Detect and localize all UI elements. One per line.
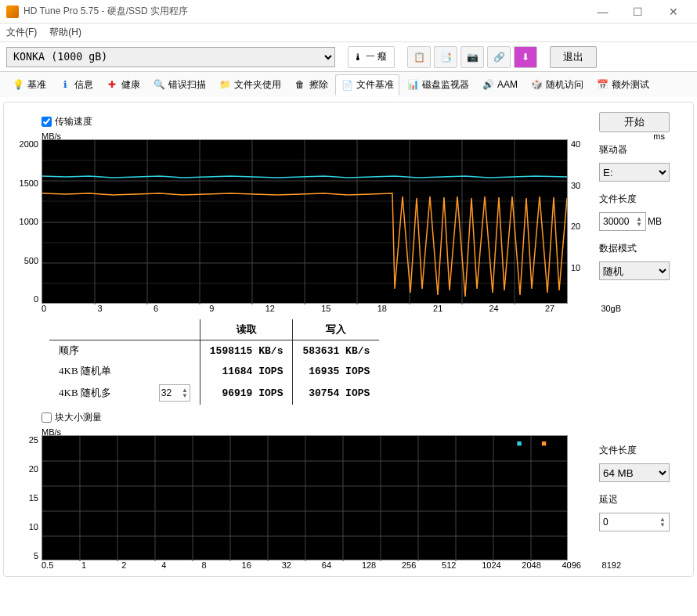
save-icon[interactable]: ⬇ — [514, 46, 537, 68]
bulb-icon: 💡 — [12, 78, 24, 91]
temperature-display: 🌡 一 癈 — [348, 46, 395, 68]
random-icon: 🎲 — [530, 78, 543, 91]
chart2-plot: ■读取 ■写入 — [42, 435, 568, 560]
tab-errorscan[interactable]: 🔍错误扫描 — [147, 74, 211, 95]
tab-aam[interactable]: 🔊AAM — [476, 74, 523, 95]
threads-spinner[interactable]: 32▲▼ — [159, 384, 190, 402]
options-icon[interactable]: 🔗 — [487, 46, 511, 68]
blocksize-header: 块大小测量 — [42, 411, 687, 424]
side-panel-2: 文件长度 64 MB 延迟 0▲▼ — [599, 439, 677, 531]
tab-filebench[interactable]: 📄文件基准 — [335, 74, 399, 96]
chart1-plot — [42, 139, 568, 304]
tab-health[interactable]: ✚健康 — [100, 74, 146, 95]
main-content: 传输速度 MB/sms 2000150010005000 40302010 03… — [3, 102, 694, 577]
pattern-combo[interactable]: 随机 — [599, 261, 670, 280]
tab-folder[interactable]: 📁文件夹使用 — [213, 74, 287, 95]
menu-help[interactable]: 帮助(H) — [49, 26, 81, 39]
delay-label: 延迟 — [599, 493, 677, 506]
menubar: 文件(F) 帮助(H) — [0, 23, 697, 42]
chart1-x-axis: 036912151821242730gB — [42, 304, 621, 313]
speaker-icon: 🔊 — [482, 78, 494, 91]
drive-label: 驱动器 — [599, 143, 677, 157]
monitor-icon: 📊 — [406, 78, 419, 91]
filelen-label: 文件长度 — [599, 193, 677, 206]
tab-benchmark[interactable]: 💡基准 — [6, 74, 52, 95]
drive-select[interactable]: KONKA (1000 gB) — [6, 47, 335, 67]
exit-button[interactable]: 退出 — [550, 46, 597, 68]
results-table: 读取写入 顺序 1598115 KB/s 583631 KB/s 4KB 随机单… — [49, 319, 687, 405]
table-row: 顺序 1598115 KB/s 583631 KB/s — [49, 340, 379, 362]
transfer-speed-header: 传输速度 — [42, 115, 687, 128]
blocksize-checkbox[interactable] — [42, 412, 52, 423]
chart1-y2-axis: 40302010 — [568, 139, 590, 304]
chart2-x-axis: 0.512481632641282565121024204840968192 — [42, 560, 621, 570]
magnifier-icon: 🔍 — [153, 78, 165, 91]
side-panel-1: 开始 驱动器 E: 文件长度 30000▲▼ MB 数据模式 随机 — [599, 112, 677, 280]
table-row: 4KB 随机多 32▲▼ 96919 IOPS 30754 IOPS — [49, 381, 379, 405]
folder-icon: 📁 — [218, 78, 231, 91]
minimize-button[interactable]: — — [585, 1, 620, 23]
tab-info[interactable]: ℹ信息 — [53, 74, 99, 95]
start-button[interactable]: 开始 — [599, 112, 670, 132]
thermometer-icon: 🌡 — [353, 52, 363, 63]
copy-screenshot-icon[interactable]: 📑 — [434, 46, 457, 68]
menu-file[interactable]: 文件(F) — [6, 26, 37, 39]
filelen2-label: 文件长度 — [599, 444, 677, 457]
filelen-spinner[interactable]: 30000▲▼ — [599, 212, 646, 231]
app-icon — [6, 5, 19, 18]
titlebar: HD Tune Pro 5.75 - 硬盘/SSD 实用程序 — ☐ ✕ — [0, 0, 697, 23]
close-button[interactable]: ✕ — [655, 1, 691, 23]
toolbar: KONKA (1000 gB) 🌡 一 癈 📋 📑 📷 🔗 ⬇ 退出 — [0, 42, 697, 72]
chart2-y-axis: 252015105 — [10, 435, 42, 560]
extra-icon: 📅 — [596, 78, 609, 91]
copy-info-icon[interactable]: 📋 — [407, 46, 431, 68]
info-icon: ℹ — [59, 78, 71, 91]
transfer-speed-checkbox[interactable] — [42, 117, 52, 127]
tab-monitor[interactable]: 📊磁盘监视器 — [401, 74, 475, 95]
health-icon: ✚ — [106, 78, 118, 91]
file-icon: 📄 — [341, 79, 353, 92]
tab-random[interactable]: 🎲随机访问 — [525, 74, 589, 95]
tab-extra[interactable]: 📅额外测试 — [590, 74, 655, 95]
table-row: 4KB 随机单 11684 IOPS 16935 IOPS — [49, 361, 379, 381]
filelen2-combo[interactable]: 64 MB — [599, 463, 670, 482]
maximize-button[interactable]: ☐ — [620, 1, 655, 23]
chart1-y-axis: 2000150010005000 — [10, 139, 42, 304]
tabbar: 💡基准 ℹ信息 ✚健康 🔍错误扫描 📁文件夹使用 🗑擦除 📄文件基准 📊磁盘监视… — [0, 72, 697, 99]
screenshot-icon[interactable]: 📷 — [460, 46, 484, 68]
tab-erase[interactable]: 🗑擦除 — [288, 74, 334, 95]
delay-spinner[interactable]: 0▲▼ — [599, 513, 670, 531]
pattern-label: 数据模式 — [599, 242, 677, 255]
window-title: HD Tune Pro 5.75 - 硬盘/SSD 实用程序 — [23, 5, 585, 18]
drive-combo[interactable]: E: — [599, 163, 670, 182]
trash-icon: 🗑 — [294, 78, 306, 91]
